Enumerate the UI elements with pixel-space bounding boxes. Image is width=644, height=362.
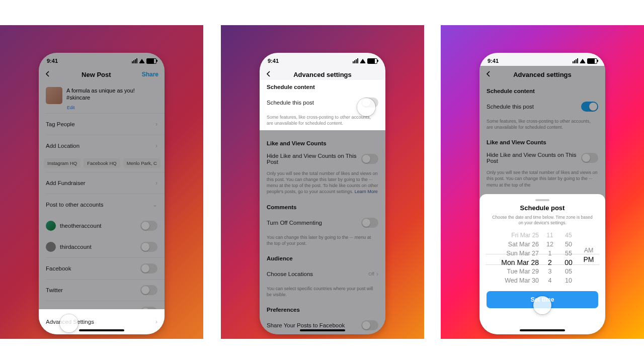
post-thumbnail [46, 87, 62, 104]
turn-off-commenting-row: Turn Off Commenting [260, 212, 385, 233]
battery-icon [367, 58, 377, 64]
back-icon[interactable] [486, 70, 492, 79]
hide-counts-row: Hide Like and View Counts on This Post [479, 147, 605, 168]
schedule-note: Some features, like cross-posting to oth… [479, 117, 605, 134]
phone-advanced-settings: 9:41 Advanced settings Like and View Cou… [260, 53, 385, 334]
sheet-title: Schedule post [479, 204, 605, 212]
chevron-right-icon: › [155, 179, 157, 187]
learn-more-link[interactable]: Learn More [355, 189, 378, 194]
status-bar: 9:41 [260, 53, 385, 66]
account-toggle[interactable] [140, 221, 157, 231]
signal-icon [353, 58, 358, 63]
section-like-counts: Like and View Counts [479, 134, 605, 147]
back-icon[interactable] [266, 70, 272, 79]
back-icon[interactable] [45, 70, 51, 79]
section-schedule: Schedule content [260, 80, 385, 92]
signal-icon [132, 58, 137, 63]
battery-icon [146, 58, 156, 64]
account-row: theotheraccount [39, 215, 165, 236]
page-title: Advanced settings [513, 71, 572, 78]
chevron-down-icon: ⌄ [152, 201, 157, 208]
chevron-right-icon: › [155, 142, 157, 149]
section-comments: Comments [260, 199, 385, 212]
status-time: 9:41 [47, 58, 58, 64]
section-like-counts: Like and View Counts [260, 135, 385, 148]
location-chip[interactable]: Instagram HQ [44, 158, 80, 168]
hide-counts-note: Only you will see the total number of li… [479, 168, 605, 192]
status-bar: 9:41 [479, 53, 605, 66]
facebook-toggle[interactable] [140, 263, 157, 274]
schedule-toggle[interactable] [581, 102, 598, 112]
hide-counts-note: Only you will see the total number of li… [260, 169, 385, 199]
schedule-this-post-row: Schedule this post [479, 96, 605, 117]
schedule-sheet: Schedule post Choose the date and time b… [479, 194, 605, 334]
sheet-grabber[interactable] [535, 199, 549, 201]
account-toggle[interactable] [140, 242, 157, 252]
schedule-this-post-row: Schedule this post [260, 92, 385, 113]
hide-counts-toggle[interactable] [581, 153, 598, 163]
commenting-note: You can change this later by going to th… [260, 233, 385, 250]
chevron-right-icon: › [155, 318, 157, 325]
status-time: 9:41 [488, 58, 499, 64]
account-row: thirdaccount [39, 236, 165, 257]
phone-schedule-sheet: 9:41 Advanced settings Schedule content … [479, 53, 605, 334]
sheet-subtitle: Choose the date and time below. Time zon… [479, 215, 605, 226]
add-location-row[interactable]: Add Location› [39, 135, 165, 156]
share-facebook-toggle[interactable] [361, 320, 378, 330]
hide-counts-toggle[interactable] [361, 154, 378, 164]
picker-hour-column: 11 12 1 2 3 4 5 [543, 231, 557, 286]
nav-bar: Advanced settings [479, 66, 605, 83]
edit-caption-link[interactable]: Edit [39, 105, 165, 113]
chevron-right-icon: › [155, 121, 157, 128]
caption-row[interactable]: A formula as unique as you! #skincare [39, 83, 165, 105]
section-preferences: Preferences [260, 302, 385, 315]
audience-note: You can select specific countries where … [260, 285, 385, 302]
schedule-note: Some features, like cross-posting to oth… [260, 113, 385, 130]
avatar [46, 242, 56, 252]
location-chip[interactable]: Facebook HQ [84, 158, 120, 168]
picker-ampm-column: AM PM [580, 231, 597, 286]
twitter-row: Twitter [39, 280, 165, 301]
add-fundraiser-row[interactable]: Add Fundraiser› [39, 172, 165, 194]
commenting-toggle[interactable] [361, 218, 378, 228]
location-chip[interactable]: Menlo Park, C [123, 158, 160, 168]
nav-bar: New Post Share [39, 66, 165, 83]
share-button[interactable]: Share [142, 71, 158, 78]
wifi-icon [139, 59, 145, 63]
home-indicator [520, 329, 565, 331]
tag-people-row[interactable]: Tag People› [39, 114, 165, 135]
page-title: Advanced settings [293, 71, 352, 78]
chevron-right-icon: › [376, 270, 378, 278]
section-audience: Audience [260, 250, 385, 263]
location-suggestions: Instagram HQ Facebook HQ Menlo Park, C [39, 156, 165, 172]
wifi-icon [360, 59, 366, 63]
datetime-picker[interactable]: Fri Mar 25 Sat Mar 26 Sun Mar 27 Mon Mar… [484, 231, 601, 286]
page-title: New Post [82, 71, 111, 78]
hide-counts-row: Hide Like and View Counts on This Post [260, 148, 385, 169]
caption-text: A formula as unique as you! #skincare [66, 87, 157, 104]
facebook-row: Facebook [39, 258, 165, 279]
choose-locations-row[interactable]: Choose LocationsOff› [260, 263, 385, 285]
home-indicator [79, 329, 124, 331]
wifi-icon [580, 59, 586, 63]
signal-icon [573, 58, 578, 63]
set-time-button[interactable]: Set time [487, 291, 598, 308]
post-other-accounts-row[interactable]: Post to other accounts⌄ [39, 194, 165, 215]
twitter-toggle[interactable] [140, 285, 157, 295]
status-bar: 9:41 [39, 53, 165, 66]
home-indicator [300, 329, 345, 331]
battery-icon [587, 58, 597, 64]
status-time: 9:41 [268, 58, 279, 64]
section-schedule: Schedule content [479, 83, 605, 96]
picker-minute-column: 45 50 55 00 05 10 15 [560, 231, 577, 286]
avatar [46, 221, 56, 231]
picker-date-column: Fri Mar 25 Sat Mar 26 Sun Mar 27 Mon Mar… [489, 231, 539, 286]
schedule-toggle[interactable] [361, 98, 378, 108]
share-facebook-row: Share Your Posts to Facebook [260, 315, 385, 334]
phone-new-post: 9:41 New Post Share A formula as unique … [39, 53, 165, 334]
